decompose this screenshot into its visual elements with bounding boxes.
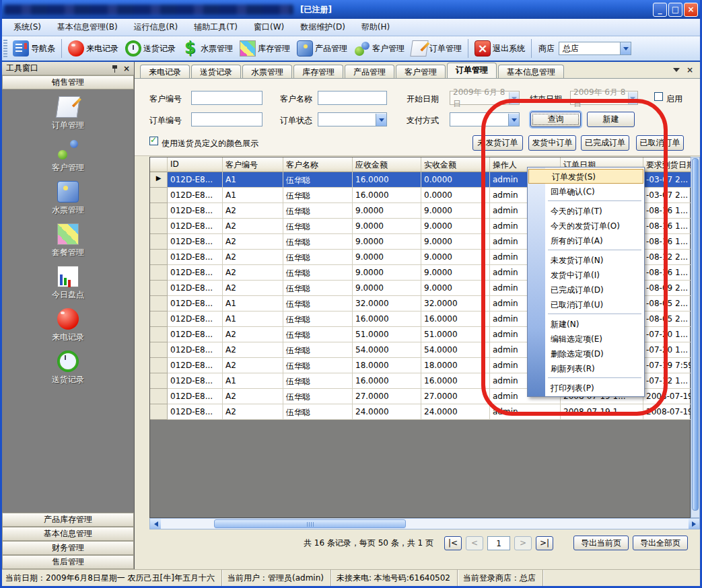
- query-button[interactable]: 查询: [530, 112, 581, 127]
- tab-水票管理[interactable]: 水票管理: [242, 65, 292, 78]
- tab-close-icon[interactable]: ×: [687, 65, 693, 75]
- toolbar-item-product[interactable]: 产品管理: [293, 39, 351, 58]
- context-menu-item-7[interactable]: 未发货订单(N): [528, 252, 644, 267]
- prev-page-button[interactable]: <: [466, 536, 483, 550]
- sidebar-item-chart[interactable]: 今日盘点: [52, 266, 84, 301]
- tab-产品管理[interactable]: 产品管理: [345, 65, 394, 78]
- minimize-button[interactable]: _: [653, 3, 667, 17]
- status-filter-button-0[interactable]: 未发货订单: [472, 135, 523, 151]
- scroll-right-icon[interactable]: [689, 519, 699, 529]
- sidebar-group-sales[interactable]: 销售管理: [2, 75, 134, 89]
- sidebar-item-package[interactable]: 套餐管理: [52, 223, 84, 258]
- context-menu-item-12[interactable]: 新建(N): [528, 316, 644, 331]
- menu-item-4[interactable]: 窗口(W): [247, 20, 291, 35]
- column-header-7[interactable]: 要求到货日期: [643, 157, 691, 172]
- maximize-button[interactable]: □: [668, 3, 682, 17]
- menu-item-1[interactable]: 基本信息管理(B): [50, 20, 125, 35]
- column-header-2[interactable]: 客户名称: [283, 157, 353, 172]
- context-menu-item-5[interactable]: 所有的订单(A): [528, 233, 644, 248]
- column-header-1[interactable]: 客户编号: [223, 157, 283, 172]
- sidebar-group-1[interactable]: 基本信息管理: [2, 527, 134, 541]
- tab-库存管理[interactable]: 库存管理: [293, 65, 343, 78]
- end-date-picker[interactable]: 2009年 6月 8日: [570, 91, 638, 105]
- vertical-scrollbar-thumb[interactable]: [692, 158, 699, 511]
- sidebar-group-0[interactable]: 产品库存管理: [2, 513, 134, 527]
- shop-dropdown-icon[interactable]: [620, 42, 631, 54]
- customer-name-input[interactable]: [318, 91, 387, 105]
- context-menu-item-17[interactable]: 打印列表(P): [528, 380, 644, 395]
- context-menu-item-0[interactable]: 订单发货(S): [528, 169, 643, 184]
- delivery-color-checkbox[interactable]: [149, 137, 158, 145]
- context-menu-item-10[interactable]: 已取消订单(U): [528, 297, 644, 311]
- end-date-dropdown-icon[interactable]: [628, 92, 638, 104]
- pay-method-select[interactable]: [450, 112, 520, 126]
- close-button[interactable]: ×: [684, 3, 698, 17]
- tab-来电记录[interactable]: 来电记录: [140, 65, 190, 78]
- scroll-left-icon[interactable]: [150, 519, 161, 529]
- tab-订单管理[interactable]: 订单管理: [447, 63, 497, 78]
- tab-客户管理[interactable]: 客户管理: [396, 65, 446, 78]
- context-menu-item-14[interactable]: 删除选定项(D): [528, 346, 644, 361]
- sidebar-item-label: 订单管理: [52, 120, 84, 131]
- toolbar-item-dollar[interactable]: 水票管理: [179, 39, 236, 58]
- toolbar-item-navigator[interactable]: 导航条: [9, 39, 59, 58]
- last-page-button[interactable]: >|: [536, 536, 553, 550]
- tab-送货记录[interactable]: 送货记录: [191, 65, 241, 78]
- sidebar-group-2[interactable]: 财务管理: [2, 541, 134, 555]
- shop-select-value: 总店: [563, 43, 579, 54]
- column-header-3[interactable]: 应收金额: [353, 157, 421, 172]
- start-date-picker[interactable]: 2009年 6月 8日: [450, 91, 520, 105]
- toolbar-item-delivery[interactable]: 送货记录: [122, 39, 179, 58]
- page-number-input[interactable]: 1: [487, 536, 510, 550]
- context-menu-item-3[interactable]: 今天的订单(T): [528, 203, 644, 218]
- menu-item-0[interactable]: 系统(S): [7, 20, 48, 35]
- status-filter-button-1[interactable]: 发货中订单: [528, 135, 576, 151]
- table-row[interactable]: 012D-E8...A2伍华聪24.000024.0000admin2008-0…: [150, 404, 690, 420]
- new-button[interactable]: 新建: [587, 112, 635, 127]
- status-filter-button-2[interactable]: 已完成订单: [581, 135, 629, 151]
- toolbar-item-call[interactable]: 来电记录: [65, 39, 122, 58]
- context-menu-item-15[interactable]: 刷新列表(R): [528, 361, 644, 375]
- export-all-pages-button[interactable]: 导出全部页: [633, 536, 688, 550]
- column-header-4[interactable]: 实收金额: [421, 157, 490, 172]
- customer-no-input[interactable]: [191, 91, 262, 105]
- column-header-0[interactable]: ID: [168, 157, 223, 172]
- menu-item-5[interactable]: 数据维护(D): [293, 20, 352, 35]
- toolbar-item-customers[interactable]: 客户管理: [351, 39, 408, 58]
- menu-item-3[interactable]: 辅助工具(T): [187, 20, 244, 35]
- toolbar-item-order[interactable]: 订单管理: [408, 39, 465, 58]
- context-menu-item-1[interactable]: 回单确认(C): [528, 184, 644, 198]
- tool-window-close-icon[interactable]: ×: [123, 64, 130, 73]
- horizontal-scrollbar-thumb[interactable]: [214, 519, 406, 528]
- toolbar-item-exit[interactable]: 退出系统: [471, 39, 528, 58]
- start-date-dropdown-icon[interactable]: [509, 92, 519, 104]
- sidebar-item-customers[interactable]: 客户管理: [52, 139, 84, 174]
- sidebar-item-delivery[interactable]: 送货记录: [52, 351, 84, 385]
- shop-select[interactable]: 总店: [559, 42, 631, 55]
- tab-list-dropdown-icon[interactable]: [673, 68, 680, 75]
- order-no-input[interactable]: [191, 112, 262, 126]
- context-menu-item-4[interactable]: 今天的发货订单(O): [528, 218, 644, 233]
- pay-method-dropdown-icon[interactable]: [508, 114, 519, 126]
- context-menu-item-8[interactable]: 发货中订单(I): [528, 267, 644, 282]
- vertical-scrollbar[interactable]: [691, 157, 700, 518]
- order-status-dropdown-icon[interactable]: [376, 114, 386, 126]
- sidebar-item-call[interactable]: 来电记录: [52, 308, 84, 343]
- toolbar-item-warehouse[interactable]: 库存管理: [236, 39, 293, 58]
- horizontal-scrollbar[interactable]: [149, 518, 700, 529]
- status-filter-button-3[interactable]: 已取消订单: [636, 135, 684, 151]
- order-status-select[interactable]: [318, 112, 387, 126]
- context-menu-item-13[interactable]: 编辑选定项(E): [528, 331, 644, 346]
- sidebar-item-ticket[interactable]: 水票管理: [52, 181, 84, 216]
- sidebar-group-3[interactable]: 售后管理: [2, 555, 134, 569]
- tab-基本信息管理[interactable]: 基本信息管理: [498, 65, 564, 78]
- export-current-page-button[interactable]: 导出当前页: [573, 536, 629, 550]
- sidebar-item-order[interactable]: 订单管理: [52, 96, 84, 131]
- enable-checkbox[interactable]: [654, 92, 663, 101]
- pin-icon[interactable]: [112, 65, 118, 73]
- menu-item-6[interactable]: 帮助(H): [355, 20, 396, 35]
- next-page-button[interactable]: >: [514, 536, 532, 550]
- context-menu-item-9[interactable]: 已完成订单(D): [528, 282, 644, 297]
- first-page-button[interactable]: |<: [444, 536, 462, 550]
- menu-item-2[interactable]: 运行信息(R): [127, 20, 185, 35]
